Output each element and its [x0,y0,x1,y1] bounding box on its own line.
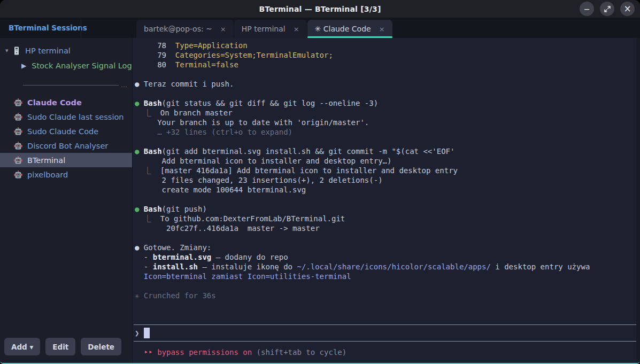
sidebar-header: BTerminal Sessions [0,18,132,38]
sidebar: BTerminal Sessions ▾ HP terminal ▶ Stock… [0,18,133,363]
sidebar-buttons: Add ▾ Edit Delete [0,334,132,363]
tab-label: HP terminal [242,25,286,33]
sidebar-title: BTerminal Sessions [9,24,87,32]
terminal-spacer [133,300,640,324]
ellipsis-icon: … [121,81,128,89]
tab-bartek-pop-os[interactable]: bartek@pop-os: ~ × [136,20,234,38]
computer-icon [13,47,20,55]
session-item-bterminal[interactable]: BTerminal [0,153,132,167]
tree-item-stock-analyser[interactable]: ▶ Stock Analyser Signal Log [0,58,132,74]
text-cursor [144,328,150,338]
maximize-button[interactable] [600,2,614,16]
session-item-pixelboard[interactable]: pixelboard [0,167,132,182]
prompt-chevron-icon: ❯ [135,329,139,337]
robot-icon [14,156,22,164]
session-item-sudo-claude-last[interactable]: Sudo Claude last session [0,110,132,124]
terminal-output: 78 Type=Application 79 Categories=System… [133,38,640,300]
terminal-pane[interactable]: 78 Type=Application 79 Categories=System… [133,38,640,363]
close-tab-icon[interactable]: × [379,25,385,33]
close-tab-icon[interactable]: × [220,25,226,33]
minimize-icon: − [584,5,590,13]
robot-icon [14,127,22,135]
tree-item-hp-terminal[interactable]: ▾ HP terminal [0,43,132,58]
session-item-claude-code[interactable]: Claude Code [0,95,132,110]
tab-claude-code[interactable]: ✳ Claude Code × [307,20,392,38]
edit-button[interactable]: Edit [45,338,75,355]
sidebar-separator: … [23,81,128,89]
robot-icon [14,142,22,150]
delete-button[interactable]: Delete [81,338,121,355]
minimize-button[interactable]: − [580,2,594,16]
session-label: Discord Bot Analyser [27,142,108,150]
session-tree: ▾ HP terminal ▶ Stock Analyser Signal Lo… [0,38,132,92]
robot-icon [14,113,22,121]
session-label: pixelboard [27,171,68,179]
bterminal-window: BTerminal — BTerminal [3/3] − × BTermina… [0,0,640,364]
maximize-icon [604,6,611,12]
prompt-input[interactable]: ❯ [134,324,637,342]
close-icon: × [623,4,631,13]
session-label: BTerminal [27,156,65,165]
session-list: Claude Code Sudo Claude last session Sud… [0,95,132,182]
session-item-discord-bot[interactable]: Discord Bot Analyser [0,138,132,153]
permissions-status: ‣‣ bypass permissions on (shift+tab to c… [133,342,640,363]
session-label: Sudo Claude last session [27,113,124,121]
tree-item-label: Stock Analyser Signal Log [32,61,132,70]
session-item-sudo-claude-code[interactable]: Sudo Claude Code [0,124,132,138]
close-button[interactable]: × [620,2,635,16]
tab-hp-terminal[interactable]: HP terminal × [234,20,307,38]
titlebar[interactable]: BTerminal — BTerminal [3/3] − × [0,0,640,18]
close-tab-icon[interactable]: × [294,25,299,33]
sidebar-spacer [0,182,132,334]
window-controls: − × [580,2,635,16]
play-icon: ▶ [21,62,26,69]
tab-label: bartek@pop-os: ~ [144,25,212,33]
add-button[interactable]: Add ▾ [4,338,40,355]
session-label: Claude Code [27,98,82,107]
tree-item-label: HP terminal [25,47,71,55]
tab-label: ✳ Claude Code [315,25,371,33]
tab-bar: bartek@pop-os: ~ × HP terminal × ✳ Claud… [133,18,640,38]
robot-icon [14,171,22,179]
chevron-down-icon[interactable]: ▾ [5,47,13,54]
robot-icon [14,98,22,106]
scrollbar[interactable] [636,38,640,363]
separator-line [23,85,119,86]
window-title: BTerminal — BTerminal [3/3] [259,5,381,13]
session-label: Sudo Claude Code [27,127,98,136]
